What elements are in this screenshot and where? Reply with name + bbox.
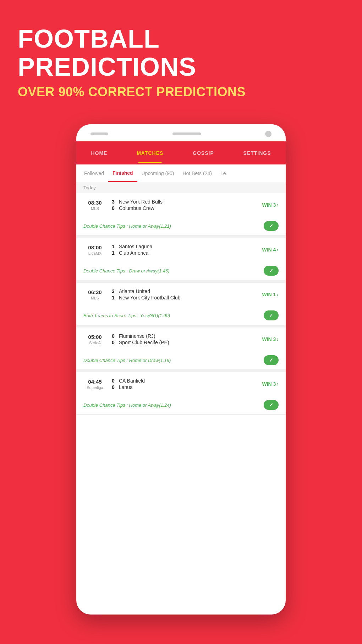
match-team1-name: CA Banfield (119, 378, 145, 384)
match-score1: 1 (112, 244, 116, 249)
chevron-right-icon: › (277, 336, 279, 342)
section-today-header: Today (76, 182, 286, 193)
chevron-right-icon: › (277, 292, 279, 297)
match-main: 08:00 LigaMX 1 Santos Laguna 1 Club Amer… (76, 238, 286, 261)
tip-text: Double Chance Tips : Home or Draw(1.19) (83, 358, 171, 363)
app-content: HOME MATCHES GOSSIP SETTINGS Followed Fi… (76, 141, 286, 415)
tip-text: Double Chance Tips : Draw or Away(1.46) (83, 268, 170, 274)
match-team1: 3 Atlanta United (112, 288, 257, 294)
match-team2-name: Columbus Crew (119, 205, 154, 211)
match-team1-name: Santos Laguna (119, 244, 152, 249)
match-time: 08:00 LigaMX (83, 244, 106, 255)
tip-row: Double Chance Tips : Draw or Away(1.46) … (76, 261, 286, 280)
match-time-value: 04:45 (83, 379, 106, 385)
match-time-value: 06:30 (83, 289, 106, 295)
match-main: 04:45 Superliga 0 CA Banfield 0 Lanus (76, 372, 286, 396)
match-main: 08:30 MLS 3 New York Red Bulls 0 Columbu… (76, 193, 286, 217)
match-main: 05:00 SérieA 0 Fluminense (RJ) 0 Sport C… (76, 328, 286, 351)
sub-tabs: Followed Finished Upcoming (95) Hot Bets… (76, 164, 286, 182)
match-score1: 3 (112, 199, 116, 205)
nav-item-matches[interactable]: MATCHES (133, 143, 167, 163)
match-team2-name: Sport Club Recife (PE) (119, 340, 169, 345)
match-team1-name: New York Red Bulls (119, 199, 163, 205)
match-time: 05:00 SérieA (83, 334, 106, 345)
match-teams: 3 Atlanta United 1 New York City Footbal… (106, 288, 262, 301)
tip-row: Double Chance Tips : Home or Away(1.21) … (76, 217, 286, 236)
match-team2: 0 Lanus (112, 384, 257, 390)
match-team1: 1 Santos Laguna (112, 244, 257, 249)
chevron-right-icon: › (277, 247, 279, 253)
nav-item-settings[interactable]: SETTINGS (240, 143, 275, 163)
match-league: MLS (83, 296, 106, 300)
match-teams: 1 Santos Laguna 1 Club America (106, 243, 262, 256)
tip-row: Double Chance Tips : Home or Draw(1.19) … (76, 351, 286, 370)
match-time: 04:45 Superliga (83, 379, 106, 390)
check-badge: ✓ (264, 266, 279, 276)
match-team1: 0 Fluminense (RJ) (112, 333, 257, 339)
tab-le[interactable]: Le (216, 165, 230, 182)
match-team2: 0 Columbus Crew (112, 205, 257, 211)
nav-item-home[interactable]: HOME (87, 143, 111, 163)
match-team2: 0 Sport Club Recife (PE) (112, 340, 257, 345)
match-score2: 0 (112, 205, 116, 211)
hero-subtitle: OVER 90% CORRECT PREDICTIONS (18, 85, 344, 99)
phone-camera (265, 131, 272, 137)
tip-text: Double Chance Tips : Home or Away(1.21) (83, 223, 171, 229)
nav-item-gossip[interactable]: GOSSIP (189, 143, 218, 163)
match-time: 06:30 MLS (83, 289, 106, 300)
match-team2-name: Lanus (119, 384, 132, 390)
match-score2: 0 (112, 340, 116, 345)
match-league: SérieA (83, 341, 106, 345)
match-row: 05:00 SérieA 0 Fluminense (RJ) 0 Sport C… (76, 328, 286, 370)
match-team2-name: Club America (119, 250, 148, 256)
match-result[interactable]: WIN 3 › (262, 381, 279, 387)
match-result[interactable]: WIN 3 › (262, 336, 279, 342)
match-row: 08:00 LigaMX 1 Santos Laguna 1 Club Amer… (76, 238, 286, 281)
match-row: 04:45 Superliga 0 CA Banfield 0 Lanus (76, 372, 286, 415)
match-teams: 3 New York Red Bulls 0 Columbus Crew (106, 198, 262, 212)
match-teams: 0 CA Banfield 0 Lanus (106, 377, 262, 391)
match-team2: 1 Club America (112, 250, 257, 256)
match-team1-name: Fluminense (RJ) (119, 333, 155, 339)
match-score1: 3 (112, 288, 116, 294)
phone-container: HOME MATCHES GOSSIP SETTINGS Followed Fi… (0, 124, 362, 629)
tip-row: Both Teams to Score Tips : Yes(GG)(1.90)… (76, 306, 286, 325)
match-score2: 1 (112, 295, 116, 301)
tab-hot-bets[interactable]: Hot Bets (24) (178, 165, 216, 182)
tab-followed[interactable]: Followed (80, 165, 108, 182)
match-time: 08:30 MLS (83, 200, 106, 211)
match-score1: 0 (112, 378, 116, 384)
match-result[interactable]: WIN 4 › (262, 247, 279, 253)
tip-text: Both Teams to Score Tips : Yes(GG)(1.90) (83, 313, 170, 318)
match-main: 06:30 MLS 3 Atlanta United 1 New York Ci… (76, 283, 286, 306)
match-score1: 0 (112, 333, 116, 339)
match-result[interactable]: WIN 3 › (262, 202, 279, 208)
tip-row: Double Chance Tips : Home or Away(1.24) … (76, 396, 286, 415)
phone-mockup: HOME MATCHES GOSSIP SETTINGS Followed Fi… (76, 124, 286, 615)
match-league: LigaMX (83, 251, 106, 255)
check-badge: ✓ (264, 310, 279, 320)
chevron-right-icon: › (277, 202, 279, 208)
match-result[interactable]: WIN 1 › (262, 292, 279, 297)
phone-speaker (90, 132, 108, 135)
tab-finished[interactable]: Finished (108, 165, 137, 182)
match-team1-name: Atlanta United (119, 288, 150, 294)
hero-title: FOOTBALL PREDICTIONS (18, 25, 344, 81)
match-league: MLS (83, 206, 106, 211)
match-team1: 0 CA Banfield (112, 378, 257, 384)
match-time-value: 05:00 (83, 334, 106, 340)
match-time-value: 08:00 (83, 244, 106, 250)
check-badge: ✓ (264, 355, 279, 365)
check-badge: ✓ (264, 400, 279, 410)
match-time-value: 08:30 (83, 200, 106, 206)
tip-text: Double Chance Tips : Home or Away(1.24) (83, 402, 171, 408)
match-score2: 0 (112, 384, 116, 390)
check-badge: ✓ (264, 221, 279, 231)
phone-notch (172, 132, 201, 135)
match-team2: 1 New York City Football Club (112, 295, 257, 301)
match-teams: 0 Fluminense (RJ) 0 Sport Club Recife (P… (106, 332, 262, 346)
tab-upcoming[interactable]: Upcoming (95) (137, 165, 179, 182)
match-team1: 3 New York Red Bulls (112, 199, 257, 205)
match-score2: 1 (112, 250, 116, 256)
nav-bar: HOME MATCHES GOSSIP SETTINGS (76, 141, 286, 164)
